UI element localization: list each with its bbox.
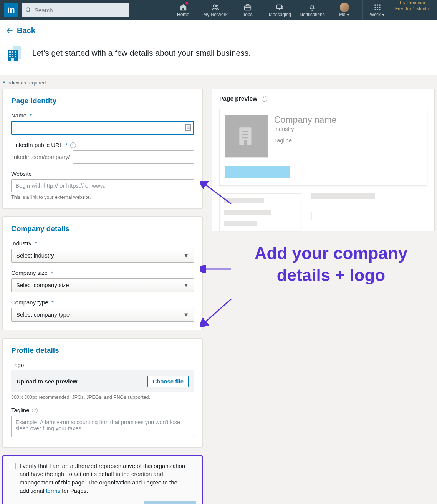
- type-field: Company type * Select company type ▼: [11, 299, 194, 322]
- upload-text: Upload to see preview: [17, 378, 77, 385]
- intro-text: Let's get started with a few details abo…: [32, 48, 251, 58]
- skeleton-box: [311, 212, 427, 220]
- verify-text: I verify that I am an authorized represe…: [20, 462, 196, 495]
- premium-line2: Free for 1 Month: [393, 6, 431, 12]
- nav-label: Me▼: [339, 12, 350, 17]
- annotation-text: Add your company details + logo: [243, 242, 419, 286]
- nav-notifications[interactable]: Notifications: [296, 0, 328, 20]
- type-value: Select company type: [16, 311, 70, 318]
- page-identity-card: Page identity Name * ▤ LinkedIn public U…: [2, 89, 203, 209]
- svg-rect-27: [12, 56, 13, 57]
- annotation-arrow-icon: [200, 181, 235, 208]
- skeleton-bar: [311, 193, 375, 199]
- svg-rect-16: [379, 9, 380, 10]
- preview-company-name: Company name: [274, 115, 336, 125]
- tagline-field: Tagline ?: [11, 407, 194, 439]
- svg-rect-8: [375, 4, 376, 5]
- required-indicator-note: * indicates required: [0, 75, 437, 89]
- svg-line-35: [204, 184, 231, 204]
- preview-cta-placeholder: [225, 166, 290, 178]
- skeleton-right: [311, 193, 427, 231]
- chevron-down-icon: ▼: [183, 282, 189, 288]
- help-icon[interactable]: ?: [32, 408, 38, 413]
- size-field: Company size * Select company size ▼: [11, 269, 194, 292]
- svg-line-1: [29, 11, 30, 12]
- preview-industry: Industry: [274, 126, 336, 132]
- industry-field: Industry * Select industry ▼: [11, 240, 194, 263]
- message-icon: [276, 3, 284, 12]
- preview-skeleton: [219, 193, 427, 231]
- svg-rect-32: [242, 134, 249, 135]
- search-wrap: [22, 3, 129, 17]
- notification-badge: [185, 2, 189, 5]
- svg-rect-23: [9, 54, 11, 55]
- choose-file-button[interactable]: Choose file: [147, 376, 189, 387]
- chevron-down-icon: ▼: [346, 13, 350, 17]
- nav-network[interactable]: My Network: [199, 0, 232, 20]
- premium-line1: Try Premium: [393, 0, 431, 6]
- type-label: Company type *: [11, 299, 194, 306]
- annotation-arrow-icon: [200, 296, 235, 327]
- annotation-arrow-icon: [200, 265, 235, 273]
- briefcase-icon: [243, 3, 252, 12]
- back-button[interactable]: Back: [5, 26, 35, 35]
- website-input[interactable]: [11, 179, 194, 192]
- verify-section: I verify that I am an authorized represe…: [2, 455, 203, 504]
- svg-rect-24: [12, 54, 13, 55]
- svg-rect-7: [277, 5, 282, 8]
- industry-label: Industry *: [11, 240, 194, 246]
- url-prefix: linkedin.com/company/: [11, 154, 70, 160]
- nav-label: Work▼: [370, 12, 385, 17]
- logo-field: Logo Upload to see preview Choose file 3…: [11, 362, 194, 400]
- svg-rect-28: [15, 56, 16, 57]
- nav-label: Home: [177, 12, 189, 17]
- type-select[interactable]: Select company type ▼: [11, 308, 194, 322]
- svg-line-37: [204, 299, 231, 323]
- website-field: Website This is a link to your external …: [11, 170, 194, 200]
- nav-me[interactable]: Me▼: [328, 0, 361, 20]
- company-details-heading: Company details: [11, 225, 194, 233]
- tagline-input[interactable]: [11, 416, 194, 437]
- logo-upload-box: Upload to see preview Choose file: [11, 370, 194, 392]
- svg-point-0: [26, 8, 30, 11]
- arrow-left-icon: [5, 27, 14, 35]
- size-value: Select company size: [16, 282, 69, 288]
- industry-select[interactable]: Select industry ▼: [11, 249, 194, 263]
- page-header: Back Let's get started with a few detail…: [0, 20, 437, 75]
- url-input[interactable]: [73, 150, 194, 164]
- avatar: [340, 3, 349, 12]
- svg-rect-15: [377, 9, 378, 10]
- premium-upsell[interactable]: Try Premium Free for 1 Month: [391, 0, 433, 20]
- bell-icon: [308, 3, 316, 12]
- svg-point-3: [213, 5, 215, 7]
- logo-label: Logo: [11, 362, 194, 368]
- nav-label: Messaging: [269, 12, 291, 17]
- create-page-button[interactable]: Create page: [144, 501, 196, 504]
- contacts-icon: ▤: [185, 124, 191, 131]
- svg-rect-33: [242, 137, 249, 138]
- nav-work[interactable]: Work▼: [364, 0, 391, 20]
- back-label: Back: [17, 26, 35, 35]
- name-label: Name *: [11, 112, 194, 119]
- page-preview-card: Page preview ? Company name Industry Tag…: [212, 89, 435, 231]
- help-icon[interactable]: ?: [262, 96, 267, 102]
- svg-rect-21: [12, 51, 13, 53]
- verify-checkbox[interactable]: [9, 463, 16, 469]
- terms-link[interactable]: terms: [46, 487, 60, 494]
- preview-title: Page preview: [219, 95, 257, 102]
- linkedin-logo[interactable]: in: [4, 3, 18, 17]
- preview-title-row: Page preview ?: [219, 95, 427, 102]
- nav-home[interactable]: Home: [167, 0, 199, 20]
- svg-rect-11: [375, 7, 376, 8]
- name-input[interactable]: [11, 121, 194, 135]
- nav-jobs[interactable]: Jobs: [232, 0, 264, 20]
- industry-value: Select industry: [16, 252, 54, 259]
- search-input[interactable]: [22, 3, 129, 17]
- help-icon[interactable]: ?: [70, 142, 76, 148]
- svg-rect-34: [244, 140, 247, 145]
- nav-separator: [362, 0, 363, 20]
- svg-rect-12: [377, 7, 378, 8]
- nav-messaging[interactable]: Messaging: [264, 0, 296, 20]
- size-select[interactable]: Select company size ▼: [11, 278, 194, 292]
- search-icon: [25, 7, 31, 15]
